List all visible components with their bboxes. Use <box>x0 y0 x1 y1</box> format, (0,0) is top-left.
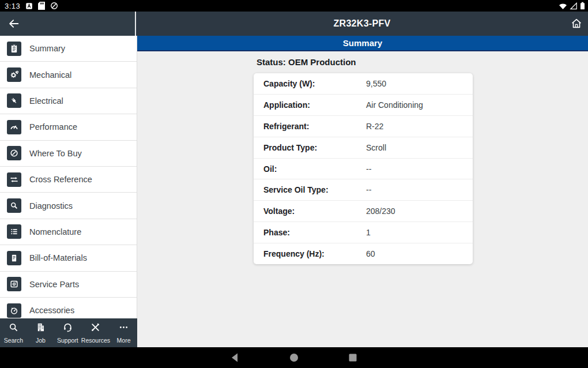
sidebar-item-accessories[interactable]: Accessories <box>0 298 137 318</box>
more-dots-icon <box>118 322 129 335</box>
spec-label: Application: <box>263 100 366 110</box>
sidebar: Summary Mechanical Electrical Performanc… <box>0 36 137 318</box>
sidebar-item-cross-reference[interactable]: Cross Reference <box>0 167 137 193</box>
titlebar: ZR32K3-PFV <box>136 12 588 36</box>
tab-label: Search <box>4 337 23 344</box>
tab-more[interactable]: More <box>110 318 137 347</box>
tab-label: Job <box>36 337 46 344</box>
sidebar-item-label: Bill-of-Materials <box>29 253 87 262</box>
sidebar-item-diagnostics[interactable]: Diagnostics <box>0 193 137 219</box>
sidebar-item-label: Diagnostics <box>29 201 73 211</box>
nav-back-icon[interactable] <box>229 352 240 363</box>
sidebar-item-mechanical[interactable]: Mechanical <box>0 62 137 88</box>
sidebar-item-label: Summary <box>29 44 65 53</box>
sidebar-header <box>0 12 136 36</box>
table-row: Application: Air Conditioning <box>254 95 473 116</box>
swap-arrows-icon <box>7 172 21 187</box>
sidebar-item-nomenclature[interactable]: Nomenclature <box>0 219 137 245</box>
spec-label: Service Oil Type: <box>263 185 366 194</box>
clipboard-icon <box>7 42 21 56</box>
table-row: Frequency (Hz): 60 <box>254 243 473 264</box>
tab-search[interactable]: Search <box>0 318 27 347</box>
android-nav-bar <box>0 347 588 368</box>
section-banner: Summary <box>137 36 588 51</box>
table-row: Voltage: 208/230 <box>254 201 473 222</box>
table-row: Refrigerant: R-22 <box>254 116 473 137</box>
spec-value: Air Conditioning <box>366 100 423 110</box>
plug-icon <box>7 93 21 108</box>
section-banner-label: Summary <box>343 38 382 48</box>
cell-signal-icon <box>570 2 578 10</box>
data-saver-icon <box>50 2 58 10</box>
spec-value: 208/230 <box>366 206 395 216</box>
sidebar-item-label: Nomenclature <box>29 227 81 236</box>
sidebar-item-label: Performance <box>29 122 77 132</box>
spec-value: Scroll <box>366 143 386 152</box>
back-arrow-icon[interactable] <box>7 17 20 30</box>
search-icon <box>8 322 19 335</box>
page-title: ZR32K3-PFV <box>333 18 390 29</box>
table-row: Product Type: Scroll <box>254 137 473 159</box>
spec-value: R-22 <box>366 122 383 131</box>
battery-icon <box>580 2 585 10</box>
tab-support[interactable]: Support <box>54 318 81 347</box>
gauge-arrow-icon <box>7 120 21 134</box>
sidebar-item-label: Where To Buy <box>29 149 82 158</box>
sidebar-item-electrical[interactable]: Electrical <box>0 88 137 114</box>
spec-label: Voltage: <box>263 206 366 216</box>
bottom-tab-bar: Search Job Support Resources More <box>0 318 137 347</box>
list-icon <box>7 224 21 239</box>
sidebar-item-performance[interactable]: Performance <box>0 114 137 140</box>
auto-rotate-a-icon <box>25 2 33 10</box>
spec-label: Oil: <box>263 164 366 174</box>
sidebar-item-label: Electrical <box>29 96 63 106</box>
headset-icon <box>62 322 73 335</box>
sidebar-item-summary[interactable]: Summary <box>0 36 137 62</box>
home-icon[interactable] <box>570 17 583 30</box>
sd-card-icon <box>38 2 45 10</box>
spec-value: -- <box>366 164 371 174</box>
parts-box-icon <box>7 277 21 291</box>
spec-value: 9,550 <box>366 79 386 88</box>
sidebar-item-label: Service Parts <box>29 280 79 289</box>
tab-job[interactable]: Job <box>27 318 54 347</box>
spec-label: Refrigerant: <box>263 122 366 131</box>
compass-icon <box>7 146 21 160</box>
android-status-bar: 3:13 <box>0 0 588 12</box>
spec-label: Capacity (W): <box>263 79 366 88</box>
magnifier-icon <box>7 198 21 213</box>
table-row: Phase: 1 <box>254 222 473 243</box>
table-row: Oil: -- <box>254 159 473 180</box>
tab-label: Support <box>57 337 78 344</box>
sidebar-item-label: Mechanical <box>29 70 71 80</box>
app-header: ZR32K3-PFV <box>0 12 588 36</box>
table-row: Capacity (W): 9,550 <box>254 73 473 95</box>
tab-resources[interactable]: Resources <box>81 318 110 347</box>
spec-value: -- <box>366 185 371 194</box>
spec-label: Phase: <box>263 228 366 237</box>
meter-icon <box>7 303 21 318</box>
spec-table: Capacity (W): 9,550 Application: Air Con… <box>254 73 473 264</box>
spec-label: Product Type: <box>263 143 366 152</box>
sidebar-item-service-parts[interactable]: Service Parts <box>0 272 137 298</box>
building-icon <box>35 322 46 335</box>
clock: 3:13 <box>5 2 20 10</box>
sidebar-item-label: Cross Reference <box>29 175 92 184</box>
spec-value: 60 <box>366 249 375 258</box>
nav-recents-icon[interactable] <box>348 352 358 363</box>
tab-label: More <box>117 337 131 344</box>
gear-wrench-icon <box>7 67 21 82</box>
wifi-icon <box>559 2 567 10</box>
nav-home-icon[interactable] <box>289 352 299 363</box>
sidebar-item-where-to-buy[interactable]: Where To Buy <box>0 141 137 167</box>
spec-value: 1 <box>366 228 371 237</box>
table-row: Service Oil Type: -- <box>254 179 473 201</box>
sidebar-item-label: Accessories <box>29 306 74 315</box>
spec-label: Frequency (Hz): <box>263 249 366 258</box>
document-icon <box>7 251 21 265</box>
tab-label: Resources <box>81 337 110 344</box>
product-status-line: Status: OEM Production <box>257 57 356 67</box>
sidebar-item-bill-of-materials[interactable]: Bill-of-Materials <box>0 245 137 271</box>
tools-icon <box>90 322 101 335</box>
